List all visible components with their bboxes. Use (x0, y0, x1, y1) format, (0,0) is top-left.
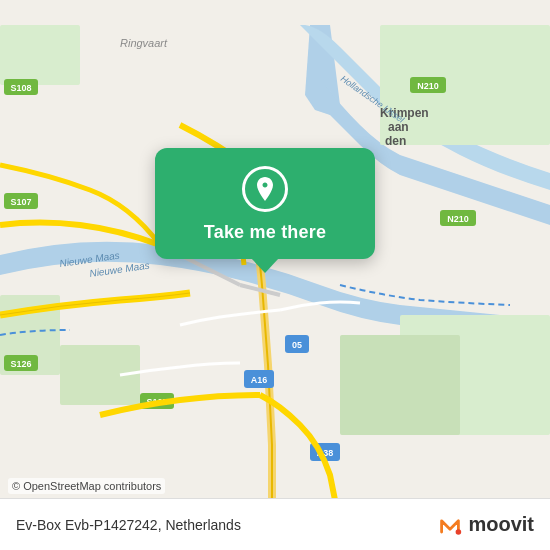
svg-text:A16: A16 (251, 375, 268, 385)
moovit-logo: moovit (436, 511, 534, 539)
svg-text:Ringvaart: Ringvaart (120, 37, 168, 49)
map-copyright: © OpenStreetMap contributors (8, 478, 165, 494)
take-me-there-button[interactable]: Take me there (204, 222, 326, 243)
svg-text:S108: S108 (10, 83, 31, 93)
svg-text:05: 05 (292, 340, 302, 350)
location-pin-icon (242, 166, 288, 212)
location-popup: Take me there (155, 148, 375, 259)
moovit-icon (436, 511, 464, 539)
map-container: A16 A38 05 N210 N210 S108 S107 S126 S105 (0, 0, 550, 550)
moovit-logo-text: moovit (468, 513, 534, 536)
svg-text:S126: S126 (10, 359, 31, 369)
bottom-info-bar: Ev-Box Evb-P1427242, Netherlands moovit (0, 498, 550, 550)
svg-point-32 (456, 529, 462, 535)
location-label: Ev-Box Evb-P1427242, Netherlands (16, 517, 241, 533)
svg-rect-3 (0, 25, 80, 85)
svg-text:S107: S107 (10, 197, 31, 207)
svg-text:den: den (385, 134, 406, 148)
svg-text:N210: N210 (447, 214, 469, 224)
svg-rect-6 (340, 335, 460, 435)
svg-text:N210: N210 (417, 81, 439, 91)
map-background: A16 A38 05 N210 N210 S108 S107 S126 S105 (0, 0, 550, 550)
